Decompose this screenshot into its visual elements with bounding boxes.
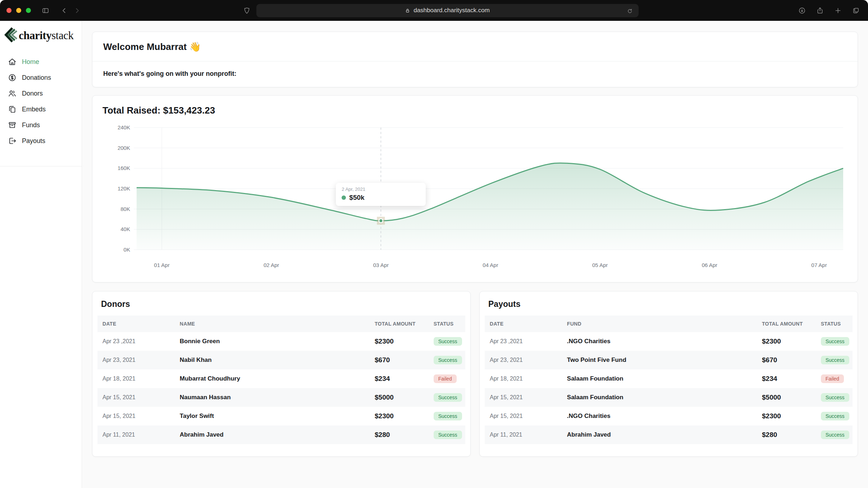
status-badge: Success	[821, 412, 849, 420]
refresh-icon[interactable]	[623, 5, 636, 18]
status-badge: Success	[434, 393, 462, 402]
svg-text:01 Apr: 01 Apr	[154, 262, 169, 268]
donors-table-header: DateNameTotal AmountStatus	[97, 316, 465, 332]
welcome-card: Welcome Mubarrat 👋 Here's what's going o…	[92, 32, 858, 87]
donors-table-body: Apr 23 ,2021Bonnie Green$2300SuccessApr …	[97, 332, 465, 444]
total-raised-title: Total Raised: $153,423.23	[102, 105, 848, 116]
donor-row: Apr 15, 2021Taylor Swift$2300Success	[97, 407, 465, 425]
svg-text:05 Apr: 05 Apr	[592, 262, 608, 268]
sidebar-item-label: Home	[22, 58, 39, 66]
row-date: Apr 15, 2021	[485, 388, 562, 407]
donations-icon	[8, 73, 17, 82]
status-badge: Success	[434, 412, 462, 420]
address-bar[interactable]: dashboard.charitystack.com	[256, 4, 639, 17]
row-amount: $280	[757, 425, 816, 444]
row-name: Naumaan Hassan	[175, 388, 370, 407]
funds-icon	[8, 121, 17, 129]
row-status-cell: Success	[816, 351, 853, 369]
row-amount: $280	[370, 425, 429, 444]
row-amount: $5000	[757, 388, 816, 407]
donor-row: Apr 23, 2021Nabil Khan$670Success	[97, 351, 465, 369]
row-status-cell: Success	[429, 407, 465, 425]
status-badge: Success	[434, 356, 462, 364]
sidebar-item-donations[interactable]: Donations	[0, 70, 82, 86]
status-badge: Success	[821, 356, 849, 364]
tooltip-date: 2 Apr, 2021	[342, 187, 420, 192]
row-name: Salaam Foundation	[562, 388, 757, 407]
row-date: Apr 11, 2021	[97, 425, 175, 444]
window-controls	[6, 8, 31, 13]
row-date: Apr 23 ,2021	[97, 332, 175, 351]
row-name: .NGO Charities	[562, 407, 757, 425]
zoom-window-button[interactable]	[26, 8, 31, 13]
status-badge: Failed	[434, 374, 457, 383]
column-header: Date	[97, 316, 175, 332]
status-badge: Failed	[821, 374, 844, 383]
row-status-cell: Success	[816, 388, 853, 407]
payout-row: Apr 11, 2021Abrahim Javed$280Success	[485, 425, 853, 444]
sidebar-item-payouts[interactable]: Payouts	[0, 133, 82, 149]
tooltip-value: $50k	[349, 194, 364, 202]
lock-icon	[405, 8, 410, 13]
shield-icon[interactable]	[241, 4, 253, 17]
sidebar-item-home[interactable]: Home	[0, 54, 82, 70]
row-status-cell: Success	[816, 332, 853, 351]
column-header: Date	[485, 316, 562, 332]
sidebar-item-embeds[interactable]: Embeds	[0, 101, 82, 117]
tabs-icon[interactable]	[849, 4, 862, 17]
status-badge: Success	[434, 431, 462, 439]
row-status-cell: Success	[816, 425, 853, 444]
sidebar-nav: HomeDonationsDonorsEmbedsFundsPayouts	[0, 54, 82, 149]
sidebar-item-label: Embeds	[22, 106, 46, 113]
row-status-cell: Success	[816, 407, 853, 425]
home-icon	[8, 57, 17, 66]
svg-text:160K: 160K	[118, 165, 130, 171]
download-icon[interactable]	[795, 4, 808, 17]
chart-tooltip: 2 Apr, 2021 $50k	[336, 183, 426, 206]
minimize-window-button[interactable]	[16, 8, 21, 13]
row-amount: $234	[370, 369, 429, 388]
row-status-cell: Success	[429, 332, 465, 351]
row-date: Apr 23, 2021	[97, 351, 175, 369]
chart-canvas[interactable]: 0K40K80K120K160K200K240K01 Apr02 Apr03 A…	[102, 122, 848, 276]
row-date: Apr 23, 2021	[485, 351, 562, 369]
row-amount: $2300	[757, 332, 816, 351]
total-raised-chart[interactable]: 0K40K80K120K160K200K240K01 Apr02 Apr03 A…	[102, 122, 848, 276]
payouts-table: DateFundTotal AmountStatus Apr 23 ,2021.…	[485, 316, 853, 444]
logo-text-charity: charity	[19, 29, 51, 42]
sidebar-toggle-icon[interactable]	[39, 4, 52, 17]
charitystack-logo[interactable]: charitystack	[0, 27, 82, 44]
donors-table: DateNameTotal AmountStatus Apr 23 ,2021B…	[97, 316, 465, 444]
column-header: Status	[429, 316, 465, 332]
payout-row: Apr 15, 2021.NGO Charities$2300Success	[485, 407, 853, 425]
row-status-cell: Failed	[429, 369, 465, 388]
row-status-cell: Success	[429, 351, 465, 369]
row-amount: $670	[370, 351, 429, 369]
donors-icon	[8, 89, 17, 98]
forward-icon[interactable]	[70, 4, 83, 17]
row-name: Abrahim Javed	[175, 425, 370, 444]
status-badge: Success	[821, 337, 849, 346]
payout-row: Apr 15, 2021Salaam Foundation$5000Succes…	[485, 388, 853, 407]
svg-text:04 Apr: 04 Apr	[483, 262, 498, 268]
close-window-button[interactable]	[6, 8, 12, 13]
sidebar-item-donors[interactable]: Donors	[0, 86, 82, 101]
column-header: Status	[816, 316, 853, 332]
sidebar-nav-section: charitystack HomeDonationsDonorsEmbedsFu…	[0, 21, 82, 166]
row-amount: $5000	[370, 388, 429, 407]
payouts-table-body: Apr 23 ,2021.NGO Charities$2300SuccessAp…	[485, 332, 853, 444]
svg-text:240K: 240K	[118, 124, 130, 130]
svg-text:06 Apr: 06 Apr	[702, 262, 717, 268]
payout-row: Apr 18, 2021Salaam Foundation$234Failed	[485, 369, 853, 388]
embeds-icon	[8, 105, 17, 114]
sidebar-item-funds[interactable]: Funds	[0, 117, 82, 133]
row-name: Two Point Five Fund	[562, 351, 757, 369]
app-frame: charitystack HomeDonationsDonorsEmbedsFu…	[0, 21, 868, 488]
status-badge: Success	[434, 337, 462, 346]
row-date: Apr 11, 2021	[485, 425, 562, 444]
svg-text:40K: 40K	[120, 226, 130, 232]
share-icon[interactable]	[813, 4, 826, 17]
back-icon[interactable]	[58, 4, 70, 17]
payout-row: Apr 23, 2021Two Point Five Fund$670Succe…	[485, 351, 853, 369]
new-tab-icon[interactable]	[831, 4, 844, 17]
